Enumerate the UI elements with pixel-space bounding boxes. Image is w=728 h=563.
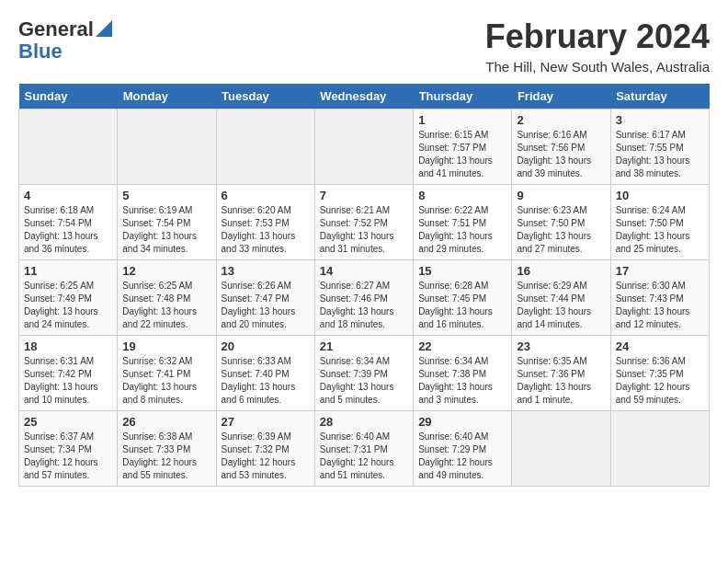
day-number: 13: [222, 264, 310, 278]
day-info: Sunrise: 6:21 AM Sunset: 7:52 PM Dayligh…: [320, 204, 408, 256]
day-number: 27: [222, 415, 310, 429]
day-number: 15: [418, 264, 506, 278]
week-row-1: 1Sunrise: 6:15 AM Sunset: 7:57 PM Daylig…: [19, 109, 710, 184]
calendar-cell: 22Sunrise: 6:34 AM Sunset: 7:38 PM Dayli…: [414, 335, 512, 410]
calendar-cell: 14Sunrise: 6:27 AM Sunset: 7:46 PM Dayli…: [314, 259, 413, 335]
day-number: 19: [122, 339, 210, 353]
day-number: 26: [122, 415, 210, 429]
weekday-header-friday: Friday: [512, 84, 610, 109]
calendar-cell: [314, 109, 413, 184]
logo-icon: [96, 20, 112, 37]
weekday-header-saturday: Saturday: [610, 84, 709, 109]
calendar-cell: 9Sunrise: 6:23 AM Sunset: 7:50 PM Daylig…: [512, 184, 610, 259]
day-number: 2: [517, 113, 605, 127]
day-number: 12: [122, 264, 210, 278]
calendar-cell: 24Sunrise: 6:36 AM Sunset: 7:35 PM Dayli…: [610, 335, 709, 410]
day-info: Sunrise: 6:28 AM Sunset: 7:45 PM Dayligh…: [418, 280, 506, 331]
svg-marker-0: [96, 20, 112, 37]
day-info: Sunrise: 6:36 AM Sunset: 7:35 PM Dayligh…: [616, 355, 704, 407]
calendar-cell: 15Sunrise: 6:28 AM Sunset: 7:45 PM Dayli…: [414, 259, 512, 335]
calendar-cell: 19Sunrise: 6:32 AM Sunset: 7:41 PM Dayli…: [118, 335, 216, 410]
weekday-header-wednesday: Wednesday: [314, 84, 413, 109]
day-info: Sunrise: 6:35 AM Sunset: 7:36 PM Dayligh…: [517, 355, 605, 407]
weekday-header-sunday: Sunday: [19, 84, 118, 109]
day-info: Sunrise: 6:22 AM Sunset: 7:51 PM Dayligh…: [418, 204, 506, 256]
calendar-cell: [19, 109, 118, 184]
logo: General Blue: [18, 18, 112, 63]
day-number: 6: [222, 189, 310, 202]
day-info: Sunrise: 6:24 AM Sunset: 7:50 PM Dayligh…: [616, 204, 704, 256]
day-number: 20: [222, 339, 310, 353]
day-number: 17: [616, 264, 704, 278]
weekday-header-monday: Monday: [118, 84, 216, 109]
calendar-cell: 17Sunrise: 6:30 AM Sunset: 7:43 PM Dayli…: [610, 259, 709, 335]
week-row-4: 18Sunrise: 6:31 AM Sunset: 7:42 PM Dayli…: [19, 335, 710, 410]
weekday-header-row: SundayMondayTuesdayWednesdayThursdayFrid…: [19, 84, 710, 109]
day-info: Sunrise: 6:16 AM Sunset: 7:56 PM Dayligh…: [517, 129, 605, 180]
day-number: 9: [517, 189, 605, 202]
day-number: 18: [24, 339, 112, 353]
day-number: 8: [418, 189, 506, 202]
calendar-cell: [512, 410, 610, 486]
day-number: 23: [517, 339, 605, 353]
day-number: 21: [320, 339, 408, 353]
calendar-cell: 11Sunrise: 6:25 AM Sunset: 7:49 PM Dayli…: [19, 259, 118, 335]
day-info: Sunrise: 6:17 AM Sunset: 7:55 PM Dayligh…: [616, 129, 704, 180]
day-number: 24: [616, 339, 704, 353]
day-number: 28: [320, 415, 408, 429]
calendar-cell: 5Sunrise: 6:19 AM Sunset: 7:54 PM Daylig…: [118, 184, 216, 259]
day-number: 10: [616, 189, 704, 202]
day-info: Sunrise: 6:31 AM Sunset: 7:42 PM Dayligh…: [24, 355, 112, 407]
calendar-cell: 8Sunrise: 6:22 AM Sunset: 7:51 PM Daylig…: [414, 184, 512, 259]
week-row-2: 4Sunrise: 6:18 AM Sunset: 7:54 PM Daylig…: [19, 184, 710, 259]
day-info: Sunrise: 6:29 AM Sunset: 7:44 PM Dayligh…: [517, 280, 605, 331]
day-number: 14: [320, 264, 408, 278]
calendar-cell: 21Sunrise: 6:34 AM Sunset: 7:39 PM Dayli…: [314, 335, 413, 410]
day-info: Sunrise: 6:37 AM Sunset: 7:34 PM Dayligh…: [24, 431, 112, 482]
logo-general-text: General: [18, 18, 94, 40]
day-number: 7: [320, 189, 408, 202]
calendar-cell: 10Sunrise: 6:24 AM Sunset: 7:50 PM Dayli…: [610, 184, 709, 259]
day-number: 3: [616, 113, 704, 127]
calendar-cell: 29Sunrise: 6:40 AM Sunset: 7:29 PM Dayli…: [414, 410, 512, 486]
day-number: 25: [24, 415, 112, 429]
weekday-header-tuesday: Tuesday: [216, 84, 314, 109]
day-info: Sunrise: 6:38 AM Sunset: 7:33 PM Dayligh…: [122, 431, 210, 482]
day-number: 5: [122, 189, 210, 202]
calendar-cell: 16Sunrise: 6:29 AM Sunset: 7:44 PM Dayli…: [512, 259, 610, 335]
day-info: Sunrise: 6:25 AM Sunset: 7:48 PM Dayligh…: [122, 280, 210, 331]
day-info: Sunrise: 6:40 AM Sunset: 7:31 PM Dayligh…: [320, 431, 408, 482]
calendar-cell: 13Sunrise: 6:26 AM Sunset: 7:47 PM Dayli…: [216, 259, 314, 335]
calendar-cell: 23Sunrise: 6:35 AM Sunset: 7:36 PM Dayli…: [512, 335, 610, 410]
calendar-cell: 26Sunrise: 6:38 AM Sunset: 7:33 PM Dayli…: [118, 410, 216, 486]
day-number: 22: [418, 339, 506, 353]
calendar-title: February 2024: [485, 18, 710, 55]
calendar-cell: 20Sunrise: 6:33 AM Sunset: 7:40 PM Dayli…: [216, 335, 314, 410]
calendar-cell: 27Sunrise: 6:39 AM Sunset: 7:32 PM Dayli…: [216, 410, 314, 486]
calendar-cell: [216, 109, 314, 184]
day-info: Sunrise: 6:18 AM Sunset: 7:54 PM Dayligh…: [24, 204, 112, 256]
calendar-cell: 6Sunrise: 6:20 AM Sunset: 7:53 PM Daylig…: [216, 184, 314, 259]
day-info: Sunrise: 6:34 AM Sunset: 7:38 PM Dayligh…: [418, 355, 506, 407]
day-info: Sunrise: 6:27 AM Sunset: 7:46 PM Dayligh…: [320, 280, 408, 331]
day-info: Sunrise: 6:19 AM Sunset: 7:54 PM Dayligh…: [122, 204, 210, 256]
day-number: 29: [418, 415, 506, 429]
title-section: February 2024 The Hill, New South Wales,…: [485, 18, 710, 75]
calendar-subtitle: The Hill, New South Wales, Australia: [485, 59, 710, 75]
day-info: Sunrise: 6:23 AM Sunset: 7:50 PM Dayligh…: [517, 204, 605, 256]
week-row-5: 25Sunrise: 6:37 AM Sunset: 7:34 PM Dayli…: [19, 410, 710, 486]
calendar-cell: 2Sunrise: 6:16 AM Sunset: 7:56 PM Daylig…: [512, 109, 610, 184]
calendar-table: SundayMondayTuesdayWednesdayThursdayFrid…: [18, 84, 710, 487]
week-row-3: 11Sunrise: 6:25 AM Sunset: 7:49 PM Dayli…: [19, 259, 710, 335]
day-info: Sunrise: 6:26 AM Sunset: 7:47 PM Dayligh…: [222, 280, 310, 331]
day-info: Sunrise: 6:30 AM Sunset: 7:43 PM Dayligh…: [616, 280, 704, 331]
day-info: Sunrise: 6:34 AM Sunset: 7:39 PM Dayligh…: [320, 355, 408, 407]
day-info: Sunrise: 6:20 AM Sunset: 7:53 PM Dayligh…: [222, 204, 310, 256]
calendar-cell: 18Sunrise: 6:31 AM Sunset: 7:42 PM Dayli…: [19, 335, 118, 410]
day-info: Sunrise: 6:25 AM Sunset: 7:49 PM Dayligh…: [24, 280, 112, 331]
day-number: 11: [24, 264, 112, 278]
calendar-cell: 1Sunrise: 6:15 AM Sunset: 7:57 PM Daylig…: [414, 109, 512, 184]
calendar-cell: 25Sunrise: 6:37 AM Sunset: 7:34 PM Dayli…: [19, 410, 118, 486]
day-info: Sunrise: 6:40 AM Sunset: 7:29 PM Dayligh…: [418, 431, 506, 482]
logo-blue-text: Blue: [18, 40, 63, 63]
